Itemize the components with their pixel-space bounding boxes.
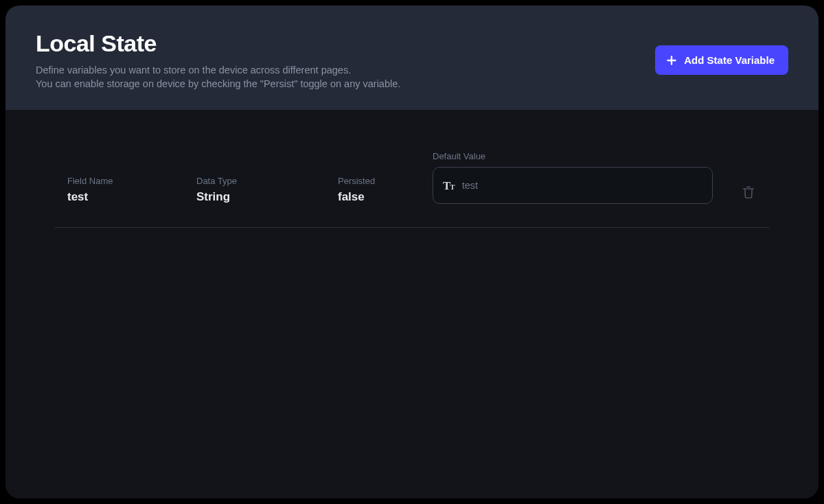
page-title: Local State bbox=[36, 30, 400, 57]
field-name-label: Field Name bbox=[67, 176, 196, 186]
default-value-column: Default Value TT bbox=[433, 151, 728, 204]
persisted-column: Persisted false bbox=[338, 176, 433, 204]
default-value-input[interactable] bbox=[462, 180, 702, 191]
data-type-label: Data Type bbox=[196, 176, 338, 186]
plus-icon bbox=[666, 55, 677, 66]
local-state-panel: Local State Define variables you want to… bbox=[5, 5, 819, 499]
variables-list: Field Name test Data Type String Persist… bbox=[5, 110, 819, 499]
panel-header: Local State Define variables you want to… bbox=[5, 5, 819, 110]
field-name-value[interactable]: test bbox=[67, 190, 196, 204]
data-type-value[interactable]: String bbox=[196, 190, 338, 204]
text-type-icon: TT bbox=[443, 180, 455, 192]
default-value-label: Default Value bbox=[433, 151, 728, 161]
field-name-column: Field Name test bbox=[55, 176, 196, 204]
add-state-variable-button[interactable]: Add State Variable bbox=[655, 45, 788, 75]
persisted-label: Persisted bbox=[338, 176, 433, 186]
subtitle-line-2: You can enable storage on device by chec… bbox=[36, 78, 400, 89]
delete-variable-button[interactable] bbox=[741, 185, 756, 200]
page-subtitle: Define variables you want to store on th… bbox=[36, 64, 400, 91]
header-text-block: Local State Define variables you want to… bbox=[36, 30, 400, 91]
persisted-value[interactable]: false bbox=[338, 190, 433, 204]
data-type-column: Data Type String bbox=[196, 176, 338, 204]
add-button-label: Add State Variable bbox=[684, 54, 775, 66]
trash-icon bbox=[741, 185, 756, 200]
subtitle-line-1: Define variables you want to store on th… bbox=[36, 65, 351, 76]
row-actions bbox=[728, 185, 769, 204]
variable-row: Field Name test Data Type String Persist… bbox=[55, 151, 769, 228]
default-value-input-wrapper[interactable]: TT bbox=[433, 167, 713, 204]
